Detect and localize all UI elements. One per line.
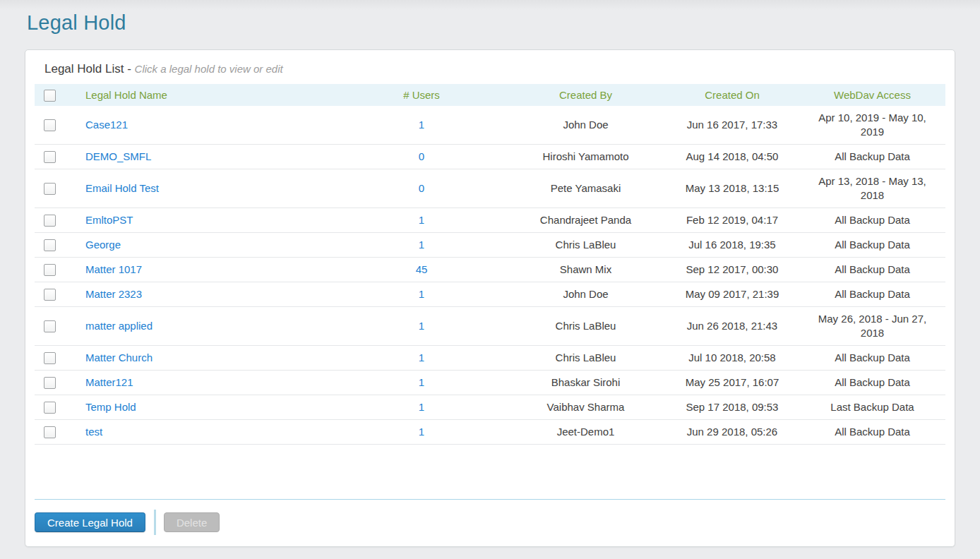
legal-hold-name-link[interactable]: DEMO_SMFL xyxy=(85,150,151,162)
row-checkbox[interactable] xyxy=(44,377,56,389)
legal-hold-name-link[interactable]: test xyxy=(85,426,102,438)
row-checkbox[interactable] xyxy=(44,264,56,276)
row-checkbox-cell xyxy=(35,169,68,208)
users-count-link[interactable]: 1 xyxy=(419,351,424,363)
users-count-cell: 45 xyxy=(337,257,506,282)
legal-hold-name-link[interactable]: Matter 1017 xyxy=(85,263,142,275)
users-count-link[interactable]: 0 xyxy=(419,150,424,162)
table-row[interactable]: Matter 2323 1 John Doe May 09 2017, 21:3… xyxy=(35,282,945,306)
legal-hold-name-cell: Matter 1017 xyxy=(68,257,337,282)
row-checkbox[interactable] xyxy=(44,119,56,131)
created-by-cell: Chris LaBleu xyxy=(506,232,665,257)
column-header-legal-hold-name: Legal Hold Name xyxy=(68,84,337,106)
users-count-link[interactable]: 1 xyxy=(419,239,424,251)
legal-hold-name-link[interactable]: Case121 xyxy=(85,119,128,131)
column-header-created-on: Created On xyxy=(665,84,799,106)
webdav-access-cell: All Backup Data xyxy=(799,345,945,370)
legal-hold-name-cell: Case121 xyxy=(68,106,337,145)
table-row[interactable]: Matter 1017 45 Shawn Mix Sep 12 2017, 00… xyxy=(35,257,945,282)
row-checkbox-cell xyxy=(35,144,68,169)
row-checkbox-cell xyxy=(35,257,68,282)
webdav-access-cell: Apr 13, 2018 - May 13, 2018 xyxy=(799,169,945,208)
users-count-cell: 1 xyxy=(337,345,506,370)
webdav-access-cell: All Backup Data xyxy=(799,282,945,306)
table-row[interactable]: Email Hold Test 0 Pete Yamasaki May 13 2… xyxy=(35,169,945,208)
legal-hold-table: Legal Hold Name # Users Created By Creat… xyxy=(35,84,945,445)
legal-hold-name-link[interactable]: Email Hold Test xyxy=(85,182,159,194)
webdav-access-cell: May 26, 2018 - Jun 27, 2018 xyxy=(799,306,945,345)
users-count-cell: 0 xyxy=(337,144,506,169)
table-row[interactable]: matter applied 1 Chris LaBleu Jun 26 201… xyxy=(35,306,945,345)
legal-hold-name-cell: Matter121 xyxy=(68,370,337,395)
row-checkbox[interactable] xyxy=(44,352,56,364)
created-by-cell: Bhaskar Sirohi xyxy=(506,370,665,395)
legal-hold-name-link[interactable]: Matter121 xyxy=(85,376,133,388)
legal-hold-name-link[interactable]: matter applied xyxy=(85,320,153,332)
row-checkbox[interactable] xyxy=(44,183,56,195)
users-count-cell: 0 xyxy=(337,169,506,208)
created-on-cell: Feb 12 2019, 04:17 xyxy=(665,208,799,232)
webdav-access-cell: All Backup Data xyxy=(799,144,945,169)
legal-hold-name-link[interactable]: Temp Hold xyxy=(85,401,136,413)
row-checkbox-cell xyxy=(35,345,68,370)
created-by-cell: Jeet-Demo1 xyxy=(506,419,665,444)
users-count-link[interactable]: 1 xyxy=(419,320,424,332)
created-on-cell: May 25 2017, 16:07 xyxy=(665,370,799,395)
row-checkbox[interactable] xyxy=(44,215,56,227)
create-legal-hold-button[interactable]: Create Legal Hold xyxy=(35,512,145,532)
table-row[interactable]: George 1 Chris LaBleu Jul 16 2018, 19:35… xyxy=(35,232,945,257)
column-header-created-by: Created By xyxy=(506,84,665,106)
legal-hold-name-link[interactable]: George xyxy=(85,239,121,251)
created-by-cell: Hiroshi Yamamoto xyxy=(506,144,665,169)
users-count-link[interactable]: 1 xyxy=(419,401,424,413)
row-checkbox-cell xyxy=(35,395,68,419)
panel-heading-hint: Click a legal hold to view or edit xyxy=(135,63,283,75)
legal-hold-name-cell: George xyxy=(68,232,337,257)
users-count-link[interactable]: 0 xyxy=(419,182,424,194)
created-on-cell: Aug 14 2018, 04:50 xyxy=(665,144,799,169)
row-checkbox[interactable] xyxy=(44,426,56,438)
legal-hold-name-link[interactable]: EmltoPST xyxy=(85,214,133,226)
panel-heading: Legal Hold List - Click a legal hold to … xyxy=(25,50,955,84)
created-on-cell: Jun 26 2018, 21:43 xyxy=(665,306,799,345)
row-checkbox-cell xyxy=(35,370,68,395)
users-count-cell: 1 xyxy=(337,370,506,395)
created-by-cell: John Doe xyxy=(506,282,665,306)
legal-hold-name-cell: EmltoPST xyxy=(68,208,337,232)
users-count-link[interactable]: 1 xyxy=(419,376,424,388)
created-on-cell: Sep 17 2018, 09:53 xyxy=(665,395,799,419)
row-checkbox-cell xyxy=(35,419,68,444)
row-checkbox[interactable] xyxy=(44,239,56,251)
table-row[interactable]: EmltoPST 1 Chandrajeet Panda Feb 12 2019… xyxy=(35,208,945,232)
row-checkbox[interactable] xyxy=(44,320,56,332)
webdav-access-cell: All Backup Data xyxy=(799,370,945,395)
panel-footer: Create Legal Hold Delete xyxy=(35,499,945,546)
row-checkbox[interactable] xyxy=(44,151,56,163)
table-row[interactable]: DEMO_SMFL 0 Hiroshi Yamamoto Aug 14 2018… xyxy=(35,144,945,169)
created-on-cell: Jun 16 2017, 17:33 xyxy=(665,106,799,145)
table-row[interactable]: Matter121 1 Bhaskar Sirohi May 25 2017, … xyxy=(35,370,945,395)
created-on-cell: Jul 16 2018, 19:35 xyxy=(665,232,799,257)
select-all-checkbox[interactable] xyxy=(44,90,56,102)
table-row[interactable]: Matter Church 1 Chris LaBleu Jul 10 2018… xyxy=(35,345,945,370)
legal-hold-name-link[interactable]: Matter Church xyxy=(85,351,153,363)
users-count-link[interactable]: 45 xyxy=(416,263,428,275)
users-count-link[interactable]: 1 xyxy=(419,214,424,226)
created-on-cell: Jul 10 2018, 20:58 xyxy=(665,345,799,370)
legal-hold-name-cell: Email Hold Test xyxy=(68,169,337,208)
page-title: Legal Hold xyxy=(27,11,980,35)
webdav-access-cell: Last Backup Data xyxy=(799,395,945,419)
row-checkbox-cell xyxy=(35,282,68,306)
table-row[interactable]: test 1 Jeet-Demo1 Jun 29 2018, 05:26 All… xyxy=(35,419,945,444)
row-checkbox[interactable] xyxy=(44,402,56,414)
users-count-link[interactable]: 1 xyxy=(419,426,424,438)
legal-hold-name-link[interactable]: Matter 2323 xyxy=(85,288,142,300)
legal-hold-name-cell: test xyxy=(68,419,337,444)
created-on-cell: Jun 29 2018, 05:26 xyxy=(665,419,799,444)
users-count-link[interactable]: 1 xyxy=(419,288,424,300)
row-checkbox[interactable] xyxy=(44,289,56,301)
table-row[interactable]: Temp Hold 1 Vaibhav Sharma Sep 17 2018, … xyxy=(35,395,945,419)
users-count-link[interactable]: 1 xyxy=(419,119,424,131)
table-row[interactable]: Case121 1 John Doe Jun 16 2017, 17:33 Ap… xyxy=(35,106,945,145)
created-on-cell: May 13 2018, 13:15 xyxy=(665,169,799,208)
